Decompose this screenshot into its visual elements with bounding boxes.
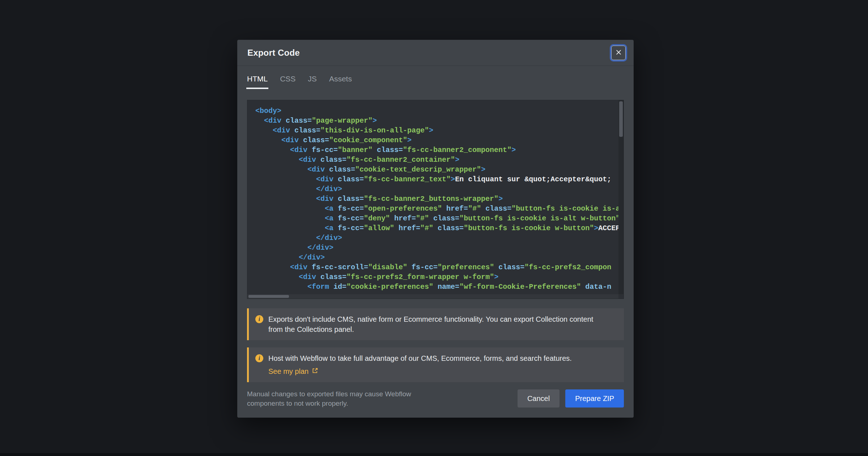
code-line: <div class="cookie-text_descrip_wrapper"… <box>255 165 618 174</box>
tab-html[interactable]: HTML <box>247 75 268 89</box>
screen-bottom-strip <box>0 453 868 456</box>
info-icon: i <box>255 315 263 323</box>
code-line: <a fs-cc="deny" href="#" class="button-f… <box>255 214 618 223</box>
modal-backdrop: Export Code HTML CSS JS Assets <body> <d… <box>0 0 868 456</box>
code-editor[interactable]: <body> <div class="page-wrapper"> <div c… <box>247 100 624 299</box>
close-icon <box>616 49 622 56</box>
modal-title: Export Code <box>247 48 300 58</box>
notice-text: Host with Webflow to take full advantage… <box>268 353 572 376</box>
code-line: <div class="cookie_component"> <box>255 135 618 145</box>
modal-header: Export Code <box>237 40 634 66</box>
code-line: <div fs-cc-scroll="disable" fs-cc="prefe… <box>255 262 618 272</box>
notice-text-line: Host with Webflow to take full advantage… <box>268 353 572 363</box>
tab-css[interactable]: CSS <box>280 75 295 89</box>
code-line: <a fs-cc="open-preferences" href="#" cla… <box>255 204 618 214</box>
tab-bar: HTML CSS JS Assets <box>247 75 624 89</box>
cancel-button[interactable]: Cancel <box>518 389 559 408</box>
code-line: </div> <box>255 233 618 243</box>
notice-host-with-webflow: i Host with Webflow to take full advanta… <box>247 347 624 382</box>
close-button[interactable] <box>611 46 626 60</box>
info-icon: i <box>255 354 263 362</box>
code-line: <div class="fs-cc-banner2_buttons-wrappe… <box>255 194 618 204</box>
notice-text: Exports don't include CMS, native form o… <box>268 314 594 334</box>
code-content: <body> <div class="page-wrapper"> <div c… <box>247 100 618 294</box>
vertical-scrollbar[interactable] <box>618 100 624 294</box>
code-line: <div class="fs-cc-prefs2_form-wrapper w-… <box>255 272 618 282</box>
code-line: <body> <box>255 106 618 116</box>
code-line: </div> <box>255 253 618 262</box>
code-line: <div fs-cc="banner" class="fs-cc-banner2… <box>255 145 618 155</box>
modal-footer: Manual changes to exported files may cau… <box>247 389 624 408</box>
notice-cms-export: i Exports don't include CMS, native form… <box>247 308 624 340</box>
modal-body: HTML CSS JS Assets <body> <div class="pa… <box>237 66 634 408</box>
code-line: <a fs-cc="allow" href="#" class="button-… <box>255 223 618 233</box>
code-line: <div class="this-div-is-on-all-page"> <box>255 126 618 135</box>
vertical-scrollbar-thumb[interactable] <box>619 101 623 137</box>
code-line: <div class="fs-cc-banner2_container"> <box>255 155 618 165</box>
tab-js[interactable]: JS <box>308 75 317 89</box>
code-line: <div class="fs-cc-banner2_text">En cliqu… <box>255 174 618 184</box>
horizontal-scrollbar[interactable] <box>247 294 618 299</box>
manual-changes-note: Manual changes to exported files may cau… <box>247 389 413 408</box>
code-line: </div> <box>255 184 618 194</box>
external-link-icon <box>312 366 318 376</box>
export-code-modal: Export Code HTML CSS JS Assets <body> <d… <box>237 40 634 418</box>
code-line: </div> <box>255 243 618 253</box>
code-line: <div class="page-wrapper"> <box>255 116 618 126</box>
tab-assets[interactable]: Assets <box>329 75 352 89</box>
code-line: <form id="cookie-preferences" name="wf-f… <box>255 282 618 292</box>
see-my-plan-label: See my plan <box>268 366 309 376</box>
prepare-zip-button[interactable]: Prepare ZIP <box>565 389 624 408</box>
horizontal-scrollbar-thumb[interactable] <box>248 295 289 298</box>
footer-buttons: Cancel Prepare ZIP <box>518 389 624 408</box>
see-my-plan-link[interactable]: See my plan <box>268 366 318 376</box>
